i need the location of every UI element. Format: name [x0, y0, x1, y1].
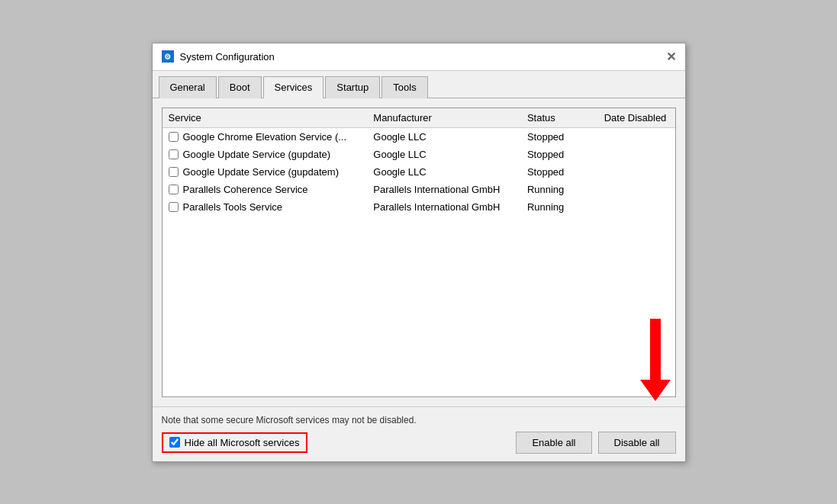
window-title: System Configuration — [180, 51, 275, 63]
bottom-controls: Hide all Microsoft services Enable all D… — [162, 432, 676, 454]
status-cell-1: Stopped — [521, 146, 598, 163]
status-cell-2: Stopped — [521, 163, 598, 181]
enable-all-button[interactable]: Enable all — [516, 432, 591, 454]
tab-general[interactable]: General — [159, 76, 217, 98]
manufacturer-cell-1: Google LLC — [367, 146, 521, 163]
table-header-row: Service Manufacturer Status Date Disable… — [163, 108, 675, 128]
tab-services[interactable]: Services — [263, 76, 324, 98]
hide-microsoft-services-checkbox[interactable] — [169, 437, 180, 448]
status-cell-4: Running — [521, 198, 598, 216]
service-checkbox-4[interactable] — [169, 202, 179, 212]
service-cell-0: Google Chrome Elevation Service (... — [163, 127, 368, 146]
table-row: Parallels Tools Service Parallels Intern… — [163, 198, 675, 216]
date-cell-3 — [598, 181, 675, 198]
table-row: Google Update Service (gupdatem) Google … — [163, 163, 675, 181]
disable-all-button[interactable]: Disable all — [598, 432, 676, 454]
col-header-service: Service — [163, 108, 368, 128]
col-header-manufacturer: Manufacturer — [367, 108, 521, 128]
service-name-1: Google Update Service (gupdate) — [183, 149, 331, 160]
date-cell-2 — [598, 163, 675, 181]
tab-content: Service Manufacturer Status Date Disable… — [153, 98, 685, 406]
services-table-container: Service Manufacturer Status Date Disable… — [162, 108, 676, 397]
table-row: Google Chrome Elevation Service (... Goo… — [163, 127, 675, 146]
service-name-3: Parallels Coherence Service — [183, 184, 308, 195]
status-cell-3: Running — [521, 181, 598, 198]
title-bar: ⚙ System Configuration ✕ — [153, 43, 685, 71]
tab-boot[interactable]: Boot — [218, 76, 262, 98]
service-cell-4: Parallels Tools Service — [163, 198, 368, 216]
button-group: Enable all Disable all — [516, 432, 675, 454]
hide-microsoft-services-area: Hide all Microsoft services — [162, 432, 307, 453]
service-name-0: Google Chrome Elevation Service (... — [183, 131, 347, 143]
date-cell-4 — [598, 198, 675, 216]
status-cell-0: Stopped — [521, 127, 598, 146]
service-cell-2: Google Update Service (gupdatem) — [163, 163, 368, 181]
services-table: Service Manufacturer Status Date Disable… — [163, 108, 675, 216]
manufacturer-cell-2: Google LLC — [367, 163, 521, 181]
arrow-shaft — [650, 319, 661, 380]
arrow-head — [640, 380, 671, 401]
note-text: Note that some secure Microsoft services… — [162, 415, 676, 425]
service-cell-3: Parallels Coherence Service — [163, 181, 368, 198]
manufacturer-cell-0: Google LLC — [367, 127, 521, 146]
table-row: Parallels Coherence Service Parallels In… — [163, 181, 675, 198]
system-configuration-window: ⚙ System Configuration ✕ General Boot Se… — [152, 43, 686, 462]
service-name-4: Parallels Tools Service — [183, 201, 283, 213]
col-header-status: Status — [521, 108, 598, 128]
service-checkbox-1[interactable] — [169, 149, 179, 159]
tab-startup[interactable]: Startup — [325, 76, 380, 98]
service-checkbox-0[interactable] — [169, 132, 179, 142]
service-cell-1: Google Update Service (gupdate) — [163, 146, 368, 163]
tab-tools[interactable]: Tools — [381, 76, 427, 98]
manufacturer-cell-3: Parallels International GmbH — [367, 181, 521, 198]
date-cell-1 — [598, 146, 675, 163]
tabs-bar: General Boot Services Startup Tools — [153, 71, 685, 98]
service-checkbox-3[interactable] — [169, 185, 179, 194]
hide-microsoft-services-label: Hide all Microsoft services — [185, 437, 300, 448]
service-name-2: Google Update Service (gupdatem) — [183, 166, 340, 178]
title-bar-left: ⚙ System Configuration — [162, 50, 275, 63]
service-checkbox-2[interactable] — [169, 167, 179, 177]
bottom-area: Note that some secure Microsoft services… — [153, 406, 685, 461]
window-icon: ⚙ — [162, 50, 174, 63]
manufacturer-cell-4: Parallels International GmbH — [367, 198, 521, 216]
table-row: Google Update Service (gupdate) Google L… — [163, 146, 675, 163]
date-cell-0 — [598, 127, 675, 146]
close-button[interactable]: ✕ — [666, 50, 676, 64]
col-header-date: Date Disabled — [598, 108, 675, 128]
red-arrow-indicator — [640, 319, 671, 401]
